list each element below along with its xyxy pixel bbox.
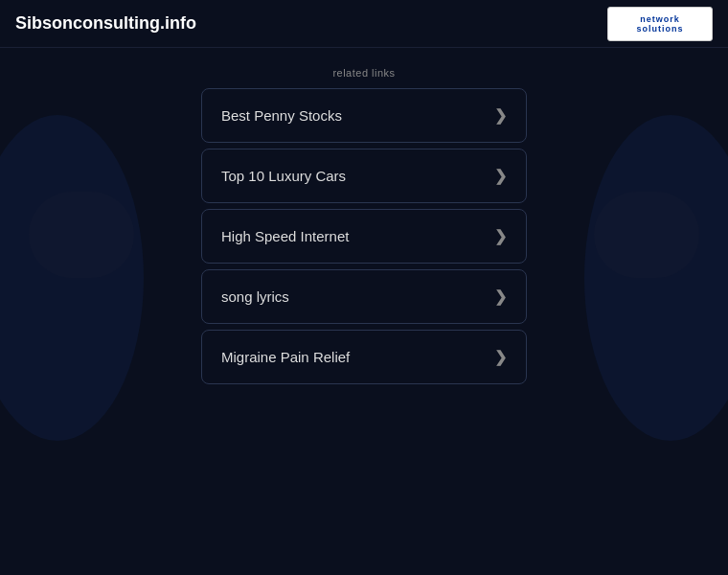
site-title: Sibsonconsulting.info <box>15 13 196 34</box>
menu-item-label-song-lyrics: song lyrics <box>221 288 289 305</box>
chevron-icon-high-speed-internet: ❯ <box>494 227 507 245</box>
menu-item-label-penny-stocks: Best Penny Stocks <box>221 107 342 124</box>
header: Sibsonconsulting.info network solutions <box>0 0 728 48</box>
menu-item-high-speed-internet[interactable]: High Speed Internet❯ <box>201 209 527 264</box>
ns-logo-top: network <box>640 14 680 24</box>
menu-item-label-luxury-cars: Top 10 Luxury Cars <box>221 168 346 184</box>
ns-logo-bottom: solutions <box>637 24 684 34</box>
network-solutions-badge[interactable]: network solutions <box>607 7 713 41</box>
chevron-icon-migraine-relief: ❯ <box>494 348 507 366</box>
section-label: related links <box>332 67 395 79</box>
chevron-icon-luxury-cars: ❯ <box>494 167 507 185</box>
menu-item-luxury-cars[interactable]: Top 10 Luxury Cars❯ <box>201 149 527 203</box>
menu-list: Best Penny Stocks❯Top 10 Luxury Cars❯Hig… <box>201 88 527 390</box>
menu-item-label-migraine-relief: Migraine Pain Relief <box>221 349 350 365</box>
menu-item-song-lyrics[interactable]: song lyrics❯ <box>201 269 527 324</box>
menu-item-label-high-speed-internet: High Speed Internet <box>221 228 349 244</box>
main-content: related links Best Penny Stocks❯Top 10 L… <box>0 48 728 390</box>
menu-item-migraine-relief[interactable]: Migraine Pain Relief❯ <box>201 330 527 384</box>
menu-item-penny-stocks[interactable]: Best Penny Stocks❯ <box>201 88 527 143</box>
chevron-icon-penny-stocks: ❯ <box>494 106 507 125</box>
chevron-icon-song-lyrics: ❯ <box>494 288 507 306</box>
